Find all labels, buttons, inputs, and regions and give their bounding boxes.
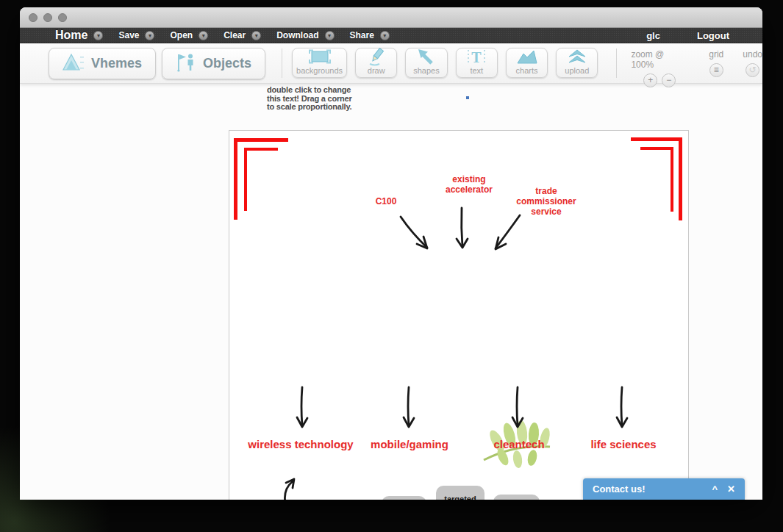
chevron-down-icon[interactable]: ▾ — [145, 31, 154, 40]
upload-icon — [566, 48, 588, 67]
svg-text:T: T — [472, 49, 482, 65]
shapes-label: shapes — [413, 67, 439, 75]
shapes-button[interactable]: shapes — [405, 48, 447, 78]
chart-icon — [516, 48, 538, 67]
menu-share-label: Share — [350, 30, 374, 40]
upload-button[interactable]: upload — [556, 48, 598, 78]
collapse-icon[interactable]: ^ — [712, 484, 718, 495]
vhemes-label: Vhemes — [91, 56, 142, 71]
label-life-sciences[interactable]: life sciences — [557, 438, 689, 450]
menu-clear-label: Clear — [224, 30, 246, 40]
default-text-object[interactable]: double click to change this text! Drag a… — [267, 86, 362, 112]
objects-label: Objects — [203, 56, 251, 71]
menu-share[interactable]: Share ▾ — [350, 30, 390, 40]
grid-toggle-button[interactable]: ≡ — [709, 63, 723, 77]
chevron-down-icon[interactable]: ▾ — [251, 31, 261, 40]
stray-mark — [466, 96, 469, 99]
upload-label: upload — [565, 67, 589, 75]
hand-drawn-arrows — [285, 208, 627, 500]
label-existing-accelerator[interactable]: existing accelerator — [432, 174, 506, 195]
menu-save-label: Save — [118, 30, 139, 40]
toolbar: Vhemes Objects backg — [20, 43, 762, 84]
contact-us-label: Contact us! — [593, 484, 646, 495]
text-label: text — [470, 67, 483, 75]
menubar: Home ▾ Save ▾ Open ▾ Clear ▾ Download ▾ … — [20, 28, 762, 43]
clipped-button-left[interactable] — [382, 496, 426, 500]
chevron-down-icon[interactable]: ▾ — [93, 31, 103, 40]
zoom-controls: zoom @ 100% + − — [631, 49, 688, 87]
app-window: Home ▾ Save ▾ Open ▾ Clear ▾ Download ▾ … — [20, 7, 762, 500]
chevron-down-icon[interactable]: ▾ — [199, 31, 208, 40]
charts-button[interactable]: charts — [506, 48, 548, 78]
titlebar — [20, 7, 762, 28]
chevron-down-icon[interactable]: ▾ — [380, 31, 390, 40]
flag-person-icon — [176, 52, 196, 76]
contact-us-bar[interactable]: Contact us! ^ ✕ — [583, 478, 745, 500]
undo-button[interactable]: ↺ — [746, 63, 759, 77]
menu-clear[interactable]: Clear ▾ — [224, 30, 261, 40]
workspace: double click to change this text! Drag a… — [20, 84, 762, 500]
grid-controls: grid ≡ — [709, 49, 723, 77]
chevron-down-icon[interactable]: ▾ — [325, 31, 335, 40]
menu-open-label: Open — [170, 30, 193, 40]
clipped-button-right[interactable] — [493, 495, 540, 500]
backgrounds-icon — [307, 48, 332, 67]
label-c100[interactable]: C100 — [357, 196, 415, 206]
menu-open[interactable]: Open ▾ — [170, 30, 208, 40]
toolbar-divider — [282, 48, 282, 78]
text-button[interactable]: T text — [456, 48, 498, 78]
zoom-level-label: zoom @ 100% — [631, 49, 688, 70]
vhemes-button[interactable]: Vhemes — [49, 48, 156, 79]
close-icon[interactable]: ✕ — [727, 484, 735, 495]
label-trade-commissioner[interactable]: trade commissioner service — [510, 186, 583, 217]
menu-home[interactable]: Home ▾ — [55, 29, 103, 42]
hint-line: to scale proportionally. — [267, 103, 362, 112]
logout-button[interactable]: Logout — [697, 30, 729, 41]
username[interactable]: glc — [646, 30, 660, 41]
menu-download-label: Download — [276, 30, 318, 40]
zoom-out-button[interactable]: − — [662, 73, 676, 87]
draw-label: draw — [368, 67, 385, 75]
zoom-in-button[interactable]: + — [643, 73, 657, 87]
clipped-button-targeted[interactable]: targeted — [436, 486, 485, 500]
backgrounds-button[interactable]: backgrounds — [292, 48, 347, 78]
hint-line: double click to change — [267, 86, 362, 95]
undo-label: undo — [743, 49, 762, 60]
pencil-icon — [367, 48, 386, 67]
arrow-shape-icon — [417, 48, 436, 67]
close-window-button[interactable] — [29, 13, 37, 22]
menu-home-label: Home — [55, 29, 87, 42]
backgrounds-label: backgrounds — [296, 67, 343, 75]
charts-label: charts — [516, 67, 538, 75]
draw-button[interactable]: draw — [355, 48, 397, 78]
grid-label: grid — [709, 49, 723, 60]
menu-save[interactable]: Save ▾ — [118, 30, 154, 40]
text-icon: T — [465, 48, 487, 67]
objects-button[interactable]: Objects — [162, 48, 265, 79]
toolbar-divider — [616, 48, 617, 78]
zoom-window-button[interactable] — [58, 13, 67, 22]
undo-controls: undo ↺ — [743, 49, 762, 77]
vhemes-pyramid-icon — [62, 52, 85, 76]
red-bracket-top-right — [631, 137, 682, 220]
red-bracket-top-left — [234, 138, 288, 220]
minimize-window-button[interactable] — [43, 13, 52, 22]
menu-download[interactable]: Download ▾ — [276, 30, 334, 40]
poster-canvas[interactable]: C100 existing accelerator trade commissi… — [229, 130, 689, 500]
